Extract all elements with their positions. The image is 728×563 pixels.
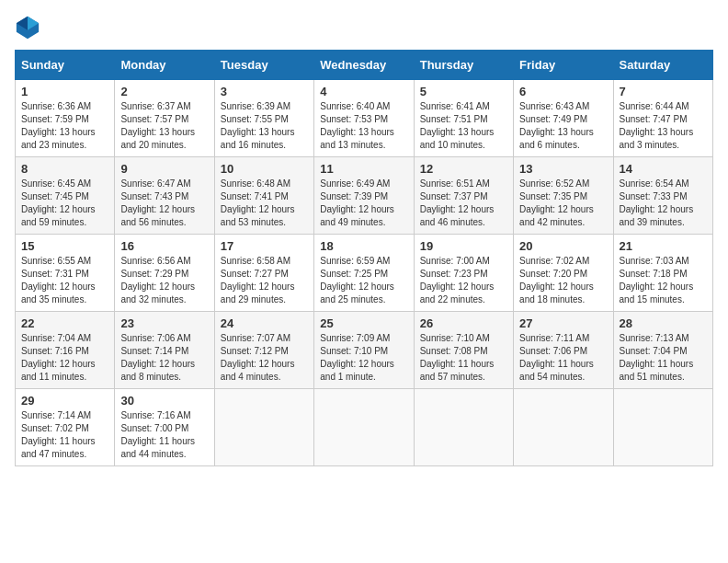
cell-content: Sunrise: 7:13 AM Sunset: 7:04 PM Dayligh… xyxy=(620,332,707,384)
day-number: 16 xyxy=(120,239,208,253)
calendar-cell: 22Sunrise: 7:04 AM Sunset: 7:16 PM Dayli… xyxy=(16,312,115,389)
cell-content: Sunrise: 6:44 AM Sunset: 7:47 PM Dayligh… xyxy=(620,100,707,152)
calendar-cell: 2Sunrise: 6:37 AM Sunset: 7:57 PM Daylig… xyxy=(115,80,214,157)
day-number: 24 xyxy=(221,316,308,330)
calendar-cell: 9Sunrise: 6:47 AM Sunset: 7:43 PM Daylig… xyxy=(115,157,214,235)
cell-content: Sunrise: 6:54 AM Sunset: 7:33 PM Dayligh… xyxy=(620,178,707,229)
logo-icon xyxy=(15,15,40,40)
calendar-cell: 12Sunrise: 6:51 AM Sunset: 7:37 PM Dayli… xyxy=(414,157,513,235)
calendar-cell: 28Sunrise: 7:13 AM Sunset: 7:04 PM Dayli… xyxy=(613,312,712,389)
calendar-cell: 19Sunrise: 7:00 AM Sunset: 7:23 PM Dayli… xyxy=(414,235,513,312)
weekday-header: Thursday xyxy=(414,51,513,80)
day-number: 27 xyxy=(519,316,607,330)
day-number: 4 xyxy=(320,85,407,98)
calendar-cell: 27Sunrise: 7:11 AM Sunset: 7:06 PM Dayli… xyxy=(514,312,613,389)
day-number: 5 xyxy=(420,85,507,98)
weekday-header: Saturday xyxy=(613,51,712,80)
cell-content: Sunrise: 7:07 AM Sunset: 7:12 PM Dayligh… xyxy=(221,332,308,384)
calendar-cell xyxy=(613,389,712,466)
calendar-cell: 15Sunrise: 6:55 AM Sunset: 7:31 PM Dayli… xyxy=(16,235,115,312)
weekday-header: Wednesday xyxy=(314,51,414,80)
calendar-row: 22Sunrise: 7:04 AM Sunset: 7:16 PM Dayli… xyxy=(16,312,713,389)
calendar-row: 8Sunrise: 6:45 AM Sunset: 7:45 PM Daylig… xyxy=(16,157,713,235)
day-number: 22 xyxy=(21,316,108,330)
calendar-cell: 20Sunrise: 7:02 AM Sunset: 7:20 PM Dayli… xyxy=(514,235,613,312)
day-number: 21 xyxy=(620,239,707,253)
cell-content: Sunrise: 6:41 AM Sunset: 7:51 PM Dayligh… xyxy=(420,100,507,152)
cell-content: Sunrise: 7:06 AM Sunset: 7:14 PM Dayligh… xyxy=(120,332,208,384)
cell-content: Sunrise: 6:39 AM Sunset: 7:55 PM Dayligh… xyxy=(221,100,308,152)
calendar-cell: 4Sunrise: 6:40 AM Sunset: 7:53 PM Daylig… xyxy=(314,80,414,157)
cell-content: Sunrise: 6:56 AM Sunset: 7:29 PM Dayligh… xyxy=(120,255,208,306)
page-header xyxy=(15,15,713,40)
day-number: 10 xyxy=(221,162,308,176)
cell-content: Sunrise: 6:40 AM Sunset: 7:53 PM Dayligh… xyxy=(320,100,407,152)
calendar-cell: 25Sunrise: 7:09 AM Sunset: 7:10 PM Dayli… xyxy=(314,312,414,389)
cell-content: Sunrise: 7:14 AM Sunset: 7:02 PM Dayligh… xyxy=(21,409,108,461)
calendar-cell: 14Sunrise: 6:54 AM Sunset: 7:33 PM Dayli… xyxy=(613,157,712,235)
day-number: 23 xyxy=(120,316,208,330)
calendar-cell: 24Sunrise: 7:07 AM Sunset: 7:12 PM Dayli… xyxy=(214,312,313,389)
cell-content: Sunrise: 7:09 AM Sunset: 7:10 PM Dayligh… xyxy=(320,332,407,384)
cell-content: Sunrise: 6:43 AM Sunset: 7:49 PM Dayligh… xyxy=(519,100,607,152)
day-number: 17 xyxy=(221,239,308,253)
cell-content: Sunrise: 6:55 AM Sunset: 7:31 PM Dayligh… xyxy=(21,255,108,306)
logo xyxy=(15,15,44,40)
day-number: 12 xyxy=(420,162,507,176)
calendar-cell: 3Sunrise: 6:39 AM Sunset: 7:55 PM Daylig… xyxy=(214,80,313,157)
day-number: 30 xyxy=(120,394,208,408)
day-number: 26 xyxy=(420,316,507,330)
calendar-cell: 7Sunrise: 6:44 AM Sunset: 7:47 PM Daylig… xyxy=(613,80,712,157)
calendar-cell: 5Sunrise: 6:41 AM Sunset: 7:51 PM Daylig… xyxy=(414,80,513,157)
cell-content: Sunrise: 7:00 AM Sunset: 7:23 PM Dayligh… xyxy=(420,255,507,306)
cell-content: Sunrise: 7:16 AM Sunset: 7:00 PM Dayligh… xyxy=(120,409,208,461)
weekday-header: Sunday xyxy=(16,51,115,80)
day-number: 29 xyxy=(21,394,108,408)
day-number: 2 xyxy=(120,85,208,98)
cell-content: Sunrise: 7:02 AM Sunset: 7:20 PM Dayligh… xyxy=(519,255,607,306)
weekday-header: Friday xyxy=(514,51,613,80)
weekday-header: Tuesday xyxy=(214,51,313,80)
calendar-table: SundayMondayTuesdayWednesdayThursdayFrid… xyxy=(15,50,713,466)
cell-content: Sunrise: 6:36 AM Sunset: 7:59 PM Dayligh… xyxy=(21,100,108,152)
cell-content: Sunrise: 7:11 AM Sunset: 7:06 PM Dayligh… xyxy=(519,332,607,384)
calendar-row: 29Sunrise: 7:14 AM Sunset: 7:02 PM Dayli… xyxy=(16,389,713,466)
cell-content: Sunrise: 6:49 AM Sunset: 7:39 PM Dayligh… xyxy=(320,178,407,229)
calendar-cell: 13Sunrise: 6:52 AM Sunset: 7:35 PM Dayli… xyxy=(514,157,613,235)
calendar-cell xyxy=(214,389,313,466)
day-number: 7 xyxy=(620,85,707,98)
weekday-header-row: SundayMondayTuesdayWednesdayThursdayFrid… xyxy=(16,51,713,80)
calendar-cell: 17Sunrise: 6:58 AM Sunset: 7:27 PM Dayli… xyxy=(214,235,313,312)
cell-content: Sunrise: 6:45 AM Sunset: 7:45 PM Dayligh… xyxy=(21,178,108,229)
weekday-header: Monday xyxy=(115,51,214,80)
cell-content: Sunrise: 6:47 AM Sunset: 7:43 PM Dayligh… xyxy=(120,178,208,229)
calendar-cell: 1Sunrise: 6:36 AM Sunset: 7:59 PM Daylig… xyxy=(16,80,115,157)
calendar-cell xyxy=(314,389,414,466)
cell-content: Sunrise: 7:10 AM Sunset: 7:08 PM Dayligh… xyxy=(420,332,507,384)
day-number: 14 xyxy=(620,162,707,176)
calendar-cell: 26Sunrise: 7:10 AM Sunset: 7:08 PM Dayli… xyxy=(414,312,513,389)
calendar-cell: 18Sunrise: 6:59 AM Sunset: 7:25 PM Dayli… xyxy=(314,235,414,312)
day-number: 28 xyxy=(620,316,707,330)
calendar-cell xyxy=(414,389,513,466)
calendar-cell: 16Sunrise: 6:56 AM Sunset: 7:29 PM Dayli… xyxy=(115,235,214,312)
day-number: 11 xyxy=(320,162,407,176)
cell-content: Sunrise: 7:04 AM Sunset: 7:16 PM Dayligh… xyxy=(21,332,108,384)
day-number: 9 xyxy=(120,162,208,176)
day-number: 19 xyxy=(420,239,507,253)
day-number: 3 xyxy=(221,85,308,98)
day-number: 20 xyxy=(519,239,607,253)
day-number: 13 xyxy=(519,162,607,176)
calendar-cell xyxy=(514,389,613,466)
calendar-cell: 29Sunrise: 7:14 AM Sunset: 7:02 PM Dayli… xyxy=(16,389,115,466)
calendar-cell: 8Sunrise: 6:45 AM Sunset: 7:45 PM Daylig… xyxy=(16,157,115,235)
cell-content: Sunrise: 6:37 AM Sunset: 7:57 PM Dayligh… xyxy=(120,100,208,152)
calendar-cell: 11Sunrise: 6:49 AM Sunset: 7:39 PM Dayli… xyxy=(314,157,414,235)
calendar-row: 1Sunrise: 6:36 AM Sunset: 7:59 PM Daylig… xyxy=(16,80,713,157)
calendar-cell: 23Sunrise: 7:06 AM Sunset: 7:14 PM Dayli… xyxy=(115,312,214,389)
day-number: 6 xyxy=(519,85,607,98)
calendar-cell: 30Sunrise: 7:16 AM Sunset: 7:00 PM Dayli… xyxy=(115,389,214,466)
cell-content: Sunrise: 7:03 AM Sunset: 7:18 PM Dayligh… xyxy=(620,255,707,306)
day-number: 25 xyxy=(320,316,407,330)
calendar-cell: 21Sunrise: 7:03 AM Sunset: 7:18 PM Dayli… xyxy=(613,235,712,312)
